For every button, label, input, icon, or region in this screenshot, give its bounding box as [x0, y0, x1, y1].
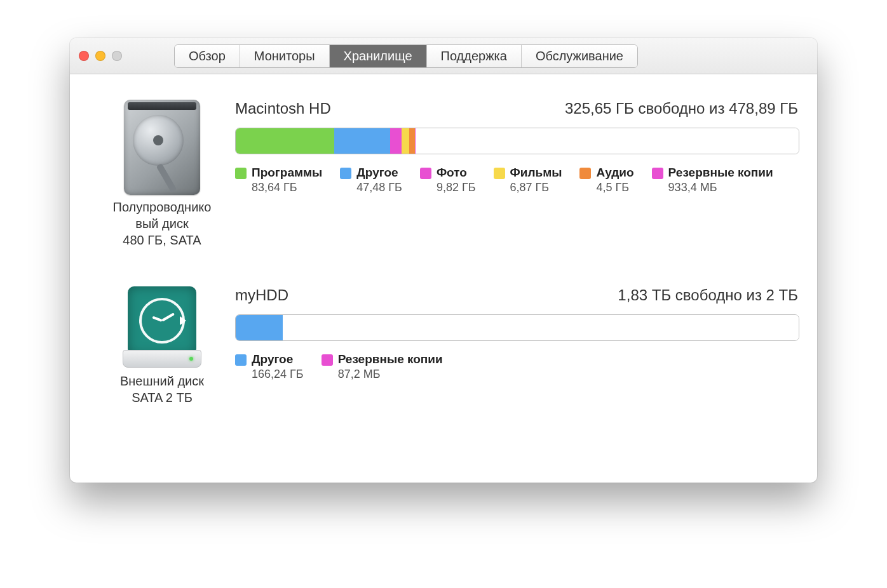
- tab-overview[interactable]: Обзор: [175, 45, 240, 67]
- usage-bar: [235, 314, 799, 341]
- legend-swatch: [420, 168, 431, 179]
- drive-led-icon: [189, 357, 193, 361]
- disk-caption-line: Полупроводнико: [89, 199, 235, 215]
- legend-swatch: [494, 168, 505, 179]
- disk-row-macintosh-hd: Полупроводнико вый диск 480 ГБ, SATA Mac…: [89, 100, 798, 248]
- usage-legend: Другое166,24 ГБРезервные копии87,2 МБ: [235, 352, 798, 381]
- usage-segment-other: [236, 315, 283, 340]
- legend-value: 87,2 МБ: [338, 368, 443, 381]
- legend-label: Другое: [252, 352, 304, 366]
- usage-segment-other: [334, 128, 390, 154]
- legend-label: Фильмы: [510, 166, 562, 180]
- disk-details: Macintosh HD 325,65 ГБ свободно из 478,8…: [235, 100, 798, 194]
- usage-legend: Программы83,64 ГБДругое47,48 ГБФото9,82 …: [235, 166, 798, 194]
- disk-header: Macintosh HD 325,65 ГБ свободно из 478,8…: [235, 100, 798, 117]
- legend-item-backup: Резервные копии933,4 МБ: [652, 166, 773, 194]
- legend-swatch: [235, 354, 247, 366]
- legend-value: 83,64 ГБ: [252, 181, 322, 194]
- window-controls: [79, 51, 122, 61]
- disk-free-text: 1,83 ТБ свободно из 2 ТБ: [618, 286, 798, 304]
- titlebar: Обзор Мониторы Хранилище Поддержка Обслу…: [70, 38, 817, 74]
- usage-segment-movies: [402, 128, 410, 154]
- legend-item-photo: Фото9,82 ГБ: [420, 166, 476, 194]
- legend-value: 4,5 ГБ: [596, 181, 633, 194]
- legend-label: Аудио: [596, 166, 633, 180]
- about-this-mac-window: Обзор Мониторы Хранилище Поддержка Обслу…: [70, 38, 817, 483]
- close-icon[interactable]: [79, 51, 89, 61]
- disk-icon-column: Внешний диск SATA 2 ТБ: [89, 286, 235, 406]
- legend-label: Резервные копии: [668, 166, 773, 180]
- minimize-icon[interactable]: [95, 51, 105, 61]
- legend-label: Резервные копии: [338, 352, 443, 366]
- disk-icon-column: Полупроводнико вый диск 480 ГБ, SATA: [89, 100, 235, 248]
- disk-caption-line: 480 ГБ, SATA: [89, 232, 235, 248]
- legend-swatch: [235, 168, 247, 179]
- zoom-icon[interactable]: [112, 51, 122, 61]
- tab-displays[interactable]: Мониторы: [240, 45, 330, 67]
- tab-bar: Обзор Мониторы Хранилище Поддержка Обслу…: [174, 44, 638, 68]
- legend-swatch: [340, 168, 351, 179]
- disk-caption-line: SATA 2 ТБ: [89, 389, 235, 406]
- legend-item-backup: Резервные копии87,2 МБ: [322, 352, 443, 381]
- usage-segment-free: [283, 315, 799, 340]
- tab-support[interactable]: Поддержка: [427, 45, 522, 67]
- external-timemachine-icon: [121, 286, 203, 369]
- legend-value: 47,48 ГБ: [356, 181, 402, 194]
- disk-caption: Внешний диск SATA 2 ТБ: [89, 373, 235, 406]
- disk-name: Macintosh HD: [235, 100, 331, 117]
- legend-value: 933,4 МБ: [668, 181, 773, 194]
- usage-bar: [235, 128, 799, 154]
- legend-swatch: [652, 168, 663, 179]
- clock-icon: [139, 298, 185, 344]
- disk-name: myHDD: [235, 286, 288, 304]
- disk-row-myhdd: Внешний диск SATA 2 ТБ myHDD 1,83 ТБ сво…: [89, 286, 798, 406]
- tab-storage[interactable]: Хранилище: [330, 45, 427, 67]
- storage-pane: Полупроводнико вый диск 480 ГБ, SATA Mac…: [70, 74, 817, 463]
- usage-segment-apps: [236, 128, 334, 154]
- disk-header: myHDD 1,83 ТБ свободно из 2 ТБ: [235, 286, 798, 304]
- legend-value: 9,82 ГБ: [437, 181, 476, 194]
- internal-ssd-icon: [124, 100, 200, 195]
- legend-swatch: [322, 354, 333, 366]
- tab-service[interactable]: Обслуживание: [522, 45, 637, 67]
- usage-segment-free: [416, 128, 799, 154]
- legend-item-audio: Аудио4,5 ГБ: [579, 166, 633, 194]
- disk-caption-line: вый диск: [89, 215, 235, 232]
- legend-value: 166,24 ГБ: [252, 368, 304, 381]
- legend-item-movies: Фильмы6,87 ГБ: [494, 166, 562, 194]
- usage-segment-audio: [409, 128, 414, 154]
- legend-label: Фото: [437, 166, 476, 180]
- disk-caption: Полупроводнико вый диск 480 ГБ, SATA: [89, 199, 235, 248]
- disk-caption-line: Внешний диск: [89, 373, 235, 389]
- usage-segment-photo: [390, 128, 402, 154]
- legend-label: Программы: [252, 166, 322, 180]
- legend-item-other: Другое47,48 ГБ: [340, 166, 402, 194]
- legend-label: Другое: [356, 166, 402, 180]
- disk-details: myHDD 1,83 ТБ свободно из 2 ТБ Другое166…: [235, 286, 798, 381]
- disk-free-text: 325,65 ГБ свободно из 478,89 ГБ: [565, 100, 798, 117]
- legend-swatch: [579, 168, 591, 179]
- legend-value: 6,87 ГБ: [510, 181, 562, 194]
- legend-item-apps: Программы83,64 ГБ: [235, 166, 322, 194]
- legend-item-other: Другое166,24 ГБ: [235, 352, 304, 381]
